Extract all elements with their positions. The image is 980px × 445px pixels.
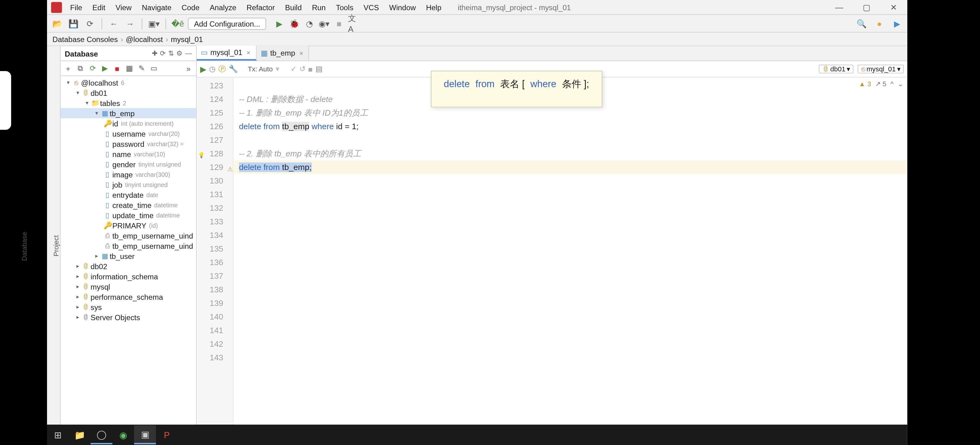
back-icon[interactable]: ←	[108, 17, 120, 30]
tx-mode[interactable]: Tx: Auto	[248, 65, 273, 73]
bc-console[interactable]: mysql_01	[171, 35, 203, 43]
commit-icon[interactable]: ✓	[291, 65, 297, 74]
col-image[interactable]: image	[112, 170, 133, 178]
db-tree[interactable]: ▾⎋@localhost6 ▾🛢db01 ▾📁tables2 ▾▦tb_emp …	[60, 76, 196, 442]
col-job[interactable]: job	[112, 181, 122, 188]
rollback-icon[interactable]: ↺	[299, 65, 305, 74]
open-icon[interactable]: 📂	[51, 17, 64, 30]
menu-edit[interactable]: Edit	[89, 2, 110, 13]
save-icon[interactable]: 💾	[67, 17, 80, 30]
close-button[interactable]: ✕	[880, 3, 907, 12]
console-icon[interactable]: ▭	[149, 64, 159, 73]
menu-build[interactable]: Build	[281, 2, 305, 13]
more-icon[interactable]: »	[184, 64, 193, 72]
execute-icon[interactable]: ▶	[200, 64, 206, 74]
add-configuration-button[interactable]: Add Configuration...	[188, 17, 266, 30]
updates-icon[interactable]: ▶	[891, 17, 903, 30]
coverage-icon[interactable]: ◔	[303, 17, 315, 30]
avatar-icon[interactable]: ●	[873, 17, 886, 30]
close-tab-icon[interactable]: ×	[299, 49, 303, 57]
build-icon[interactable]: �ê	[172, 17, 184, 30]
col-primary[interactable]: PRIMARY	[112, 221, 146, 229]
tab-database[interactable]: Database	[21, 231, 28, 261]
menu-run[interactable]: Run	[308, 2, 330, 13]
tree-tables[interactable]: tables	[100, 99, 120, 107]
tree-infoschema[interactable]: information_schema	[91, 272, 158, 280]
stop-icon[interactable]: ■	[333, 17, 345, 30]
wechat-icon[interactable]: ◉	[112, 425, 134, 444]
forward-icon[interactable]: →	[124, 17, 137, 30]
add-db-icon[interactable]: +	[64, 64, 73, 72]
db-selector[interactable]: 🛢db01▾	[819, 65, 854, 74]
menu-code[interactable]: Code	[178, 2, 204, 13]
close-tab-icon[interactable]: ×	[247, 49, 251, 56]
explorer-icon[interactable]: 📁	[69, 425, 90, 444]
col-idx1[interactable]: tb_emp_username_uind	[112, 231, 193, 239]
col-password[interactable]: password	[112, 140, 145, 148]
menu-vcs[interactable]: VCS	[360, 2, 383, 13]
cancel-icon[interactable]: ■	[308, 65, 313, 73]
tree-perfschema[interactable]: performance_schema	[91, 293, 163, 301]
wrench-icon[interactable]: 🔧	[229, 65, 238, 74]
col-id[interactable]: id	[112, 119, 118, 127]
col-entrydate[interactable]: entrydate	[112, 191, 143, 199]
settings-icon[interactable]: ⚙	[176, 50, 183, 57]
menu-refactor[interactable]: Refactor	[242, 2, 279, 13]
stop-db-icon[interactable]: ■	[112, 64, 122, 72]
col-name[interactable]: name	[112, 150, 131, 158]
tree-tb-user[interactable]: tb_user	[110, 252, 135, 260]
ddl-icon[interactable]: ▣▾	[148, 17, 160, 30]
maximize-button[interactable]: ▢	[853, 3, 880, 12]
run-icon[interactable]: ▶	[273, 17, 286, 30]
menu-analyze[interactable]: Analyze	[206, 2, 241, 13]
collapse-icon[interactable]: —	[185, 50, 192, 57]
sync-icon[interactable]: ⟳	[88, 64, 97, 73]
tree-db02[interactable]: db02	[91, 262, 107, 270]
table-icon[interactable]: ▦	[125, 64, 134, 73]
col-updatetime[interactable]: update_time	[112, 211, 153, 219]
tree-serverobj[interactable]: Server Objects	[91, 313, 140, 321]
tab-mysql01[interactable]: ▭mysql_01×	[197, 46, 256, 60]
run-db-icon[interactable]: ▶	[100, 64, 110, 73]
refresh-icon[interactable]: ⟳	[84, 17, 96, 30]
minimize-button[interactable]: —	[826, 3, 853, 12]
col-gender[interactable]: gender	[112, 160, 135, 168]
menu-tools[interactable]: Tools	[332, 2, 358, 13]
menu-help[interactable]: Help	[422, 2, 445, 13]
refresh-db-icon[interactable]: ⟳	[160, 50, 165, 57]
search-icon[interactable]: 🔍	[856, 17, 868, 30]
bc-host[interactable]: @localhost	[126, 35, 163, 43]
new-icon[interactable]: ✚	[152, 50, 158, 57]
profile-icon[interactable]: ◉▾	[318, 17, 330, 30]
execute-plan-icon[interactable]: ◷	[209, 65, 216, 74]
tree-db01[interactable]: db01	[91, 89, 107, 97]
explain-icon[interactable]: Ⓟ	[218, 64, 226, 74]
edit-icon[interactable]: ✎	[137, 64, 146, 73]
filter-icon[interactable]: ⇅	[168, 50, 174, 57]
col-createtime[interactable]: create_time	[112, 201, 151, 209]
console-selector[interactable]: ⎋mysql_01▾	[858, 65, 904, 74]
start-button[interactable]: ⊞	[47, 425, 69, 444]
col-username[interactable]: username	[112, 130, 146, 138]
menu-file[interactable]: File	[66, 2, 86, 13]
tab-project[interactable]: Project	[52, 236, 60, 257]
chrome-icon[interactable]: ◯	[91, 425, 112, 444]
tab-tbemp[interactable]: ▦tb_emp×	[256, 46, 309, 60]
tree-mysql[interactable]: mysql	[91, 282, 110, 290]
dup-icon[interactable]: ⧉	[75, 64, 85, 73]
tree-sys[interactable]: sys	[91, 303, 102, 311]
tree-root[interactable]: @localhost	[81, 79, 118, 87]
debug-icon[interactable]: 🐞	[288, 17, 301, 30]
ide-icon[interactable]: ▣	[134, 425, 156, 444]
code-editor[interactable]: 123 124 125 126 127 128 129 130 131 132 …	[197, 78, 907, 442]
menu-window[interactable]: Window	[385, 2, 420, 13]
view-icon[interactable]: ▤	[315, 65, 322, 74]
tree-tb-emp[interactable]: tb_emp	[110, 109, 135, 117]
menu-view[interactable]: View	[111, 2, 135, 13]
locale-icon[interactable]: 文A	[348, 17, 360, 30]
ppt-icon[interactable]: P	[156, 425, 178, 444]
bc-consoles[interactable]: Database Consoles	[52, 35, 118, 43]
code-lines[interactable]: delete from 表名 [ where 条件 ]; -- DML : 删除…	[234, 78, 907, 442]
col-idx2[interactable]: tb_emp_username_uind	[112, 242, 193, 250]
menu-navigate[interactable]: Navigate	[138, 2, 175, 13]
